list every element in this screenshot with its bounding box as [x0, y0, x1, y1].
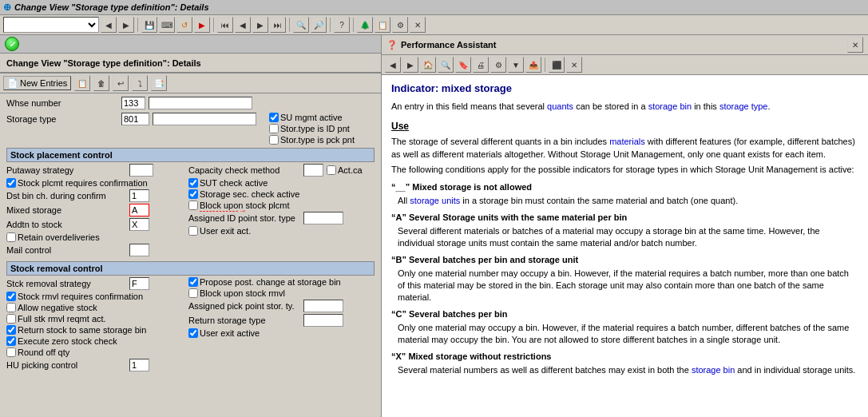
user-exit-act-checkbox[interactable]	[188, 226, 198, 236]
pa-entry-blank-text: All storage units in a storage bin must …	[398, 195, 858, 207]
next-page-btn[interactable]: ⏭	[270, 17, 286, 33]
propose-post-change-checkbox[interactable]	[188, 277, 198, 287]
user-exit-active-checkbox[interactable]	[188, 328, 198, 338]
propose-post-change-field[interactable]: Propose post. change at storage bin	[188, 277, 375, 287]
round-off-qty-checkbox[interactable]	[6, 348, 16, 357]
storage-sec-check-field[interactable]: Storage sec. check active	[188, 189, 375, 199]
pa-main-heading: Indicator: mixed storage	[391, 81, 858, 96]
prev-page-btn[interactable]: ⏮	[217, 17, 233, 33]
save-btn[interactable]: 💾	[141, 17, 157, 33]
allow-negative-field[interactable]: Allow negative stock	[6, 303, 182, 312]
stock-rmvl-confirms-field[interactable]: Stock rmvl requires confirmation	[6, 292, 182, 301]
tree-btn[interactable]: 🌲	[357, 17, 373, 33]
find-btn[interactable]: 🔍	[293, 17, 309, 33]
sut-check-checkbox[interactable]	[188, 178, 198, 188]
pa-print-btn[interactable]: 🖨	[473, 57, 489, 73]
move-btn[interactable]: ⤵	[132, 75, 148, 91]
exit-btn[interactable]: ✕	[410, 17, 426, 33]
stor-type-id-pnt-checkbox[interactable]	[269, 124, 279, 133]
pa-link-storage-bin-2[interactable]: storage bin	[692, 365, 735, 375]
assigned-pick-point-input[interactable]	[303, 300, 343, 312]
storage-sec-check-checkbox[interactable]	[188, 189, 198, 199]
pa-filter-btn[interactable]: ▼	[508, 57, 524, 73]
pa-export-btn[interactable]: 📤	[525, 57, 541, 73]
execute-btn[interactable]: ▶	[194, 17, 210, 33]
pa-home-btn[interactable]: 🏠	[420, 57, 436, 73]
pa-close-btn[interactable]: ✕	[847, 37, 863, 53]
stck-removal-input[interactable]	[129, 277, 149, 290]
full-stk-rmvl-field[interactable]: Full stk rmvl reqmt act.	[6, 314, 182, 324]
putaway-strategy-input[interactable]	[129, 164, 153, 177]
storage-type-input[interactable]	[121, 113, 149, 125]
block-upon-stock-rmvl-field[interactable]: Block upon stock rmvl	[188, 288, 375, 298]
pa-collapse-btn[interactable]: ✕	[566, 57, 582, 73]
su-mgmt-active-label: SU mgmt active	[280, 113, 343, 122]
prev-btn[interactable]: ◀	[235, 17, 251, 33]
delete-row-btn[interactable]: 🗑	[93, 75, 109, 91]
stor-type-pck-pnt-checkbox[interactable]	[269, 135, 279, 145]
extras-btn[interactable]: 📋	[375, 17, 390, 33]
stock-plcmt-checkbox[interactable]	[6, 178, 16, 188]
new-entries-button[interactable]: 📄 New Entries	[3, 76, 71, 90]
find-next-btn[interactable]: 🔎	[311, 17, 327, 33]
execute-zero-stock-field[interactable]: Execute zero stock check	[6, 336, 182, 346]
round-off-qty-field[interactable]: Round off qty	[6, 348, 182, 357]
user-exit-active-field[interactable]: User exit active	[188, 328, 375, 338]
act-ca-checkbox[interactable]	[327, 165, 336, 175]
sut-check-field[interactable]: SUT check active	[188, 178, 375, 188]
su-mgmt-active-checkbox[interactable]	[269, 113, 279, 122]
back-btn[interactable]: ◀	[101, 17, 117, 33]
dst-bin-ch-input[interactable]	[129, 189, 149, 202]
pa-link-storage-type[interactable]: storage type	[719, 101, 768, 111]
copy-btn[interactable]: 📋	[74, 75, 90, 91]
settings-btn[interactable]: ⚙	[392, 17, 408, 33]
user-exit-act-field[interactable]: User exit act.	[188, 226, 375, 236]
return-stock-field[interactable]: Return stock to same storage bin	[6, 325, 182, 335]
pa-link-quants[interactable]: quants	[547, 101, 573, 111]
addtn-to-stock-input[interactable]	[129, 218, 149, 231]
block-upon-stock-field[interactable]: Block upon stock plcmt	[188, 201, 375, 210]
retain-overdeliveries-field[interactable]: Retain overdeliveries	[6, 232, 182, 242]
execute-zero-stock-checkbox[interactable]	[6, 336, 16, 346]
detail-btn[interactable]: 📑	[151, 75, 167, 91]
pa-bookmark-btn[interactable]: 🔖	[455, 57, 471, 73]
act-ca-field[interactable]: Act.ca	[327, 165, 363, 175]
block-upon-stock-checkbox[interactable]	[188, 201, 198, 210]
full-stk-rmvl-checkbox[interactable]	[6, 314, 16, 324]
retain-overdeliveries-checkbox[interactable]	[6, 232, 16, 242]
next-btn[interactable]: ▶	[252, 17, 268, 33]
refresh-btn[interactable]: ↺	[176, 17, 192, 33]
assigned-id-point-input[interactable]	[303, 212, 343, 224]
return-storage-type-input[interactable]	[303, 314, 343, 327]
su-mgmt-active-field[interactable]: SU mgmt active	[269, 113, 355, 122]
help-btn[interactable]: ?	[334, 17, 350, 33]
pa-search-btn[interactable]: 🔍	[438, 57, 454, 73]
pa-link-materials[interactable]: materials	[609, 137, 645, 146]
whse-number-input[interactable]	[121, 97, 145, 109]
command-field[interactable]	[3, 17, 99, 33]
pa-back-btn[interactable]: ◀	[385, 57, 401, 73]
whse-name-input[interactable]	[149, 97, 252, 109]
block-upon-stock-rmvl-checkbox[interactable]	[188, 288, 198, 298]
allow-negative-checkbox[interactable]	[6, 303, 16, 312]
mail-control-input[interactable]	[129, 244, 149, 256]
round-off-qty-label: Round off qty	[18, 348, 69, 357]
stor-type-id-pnt-field[interactable]: Stor.type is ID pnt	[269, 124, 355, 133]
forward-btn[interactable]: ▶	[118, 17, 134, 33]
mixed-storage-input[interactable]	[129, 204, 149, 216]
stock-plcmt-field[interactable]: Stock plcmt requires confirmation	[6, 178, 182, 188]
pa-maximize-btn[interactable]: ⬛	[549, 57, 565, 73]
pa-forward-btn[interactable]: ▶	[402, 57, 418, 73]
capacity-check-input[interactable]	[303, 164, 323, 177]
hu-picking-input[interactable]	[129, 359, 149, 371]
undo-btn[interactable]: ↩	[113, 75, 129, 91]
stock-rmvl-confirms-checkbox[interactable]	[6, 292, 16, 301]
storage-type-name-input[interactable]	[153, 113, 256, 125]
stor-type-pck-pnt-field[interactable]: Stor.type is pck pnt	[269, 135, 355, 145]
pa-link-storage-bin[interactable]: storage bin	[648, 101, 692, 111]
pa-link-storage-units-1[interactable]: storage units	[410, 196, 460, 205]
return-stock-checkbox[interactable]	[6, 325, 16, 335]
shortcut-btn[interactable]: ⌨	[159, 17, 175, 33]
pa-settings-btn[interactable]: ⚙	[490, 57, 506, 73]
app-title-bar: ⊕ Change View "Storage type definition":…	[0, 0, 868, 15]
